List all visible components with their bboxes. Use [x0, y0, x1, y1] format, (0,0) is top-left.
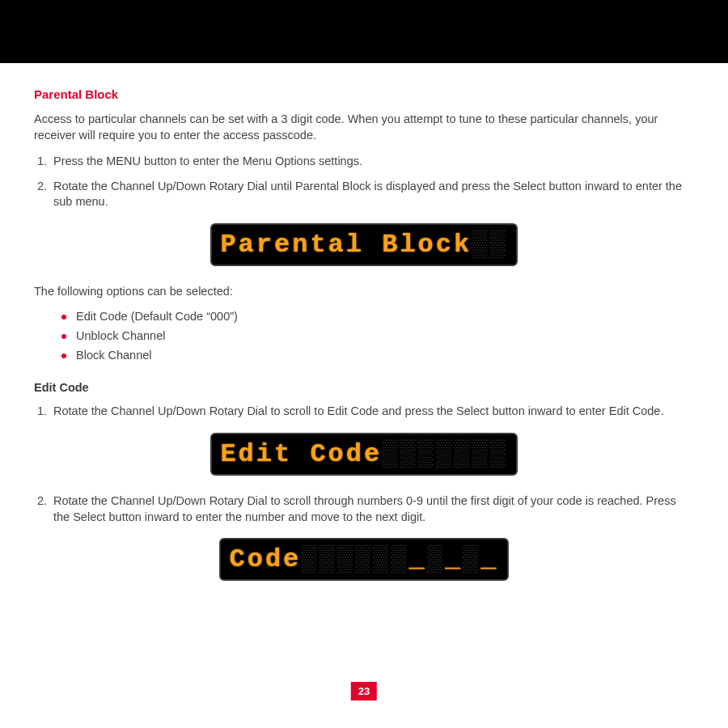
- lcd1-text: Parental Block: [220, 230, 472, 260]
- option-edit-code: Edit Code (Default Code “000”): [61, 310, 694, 323]
- step-b-1: Rotate the Channel Up/Down Rotary Dial t…: [50, 404, 694, 420]
- step-a-1: Press the MENU button to enter the Menu …: [50, 154, 694, 170]
- lcd-display-1-wrap: Parental Block▒▒: [34, 223, 694, 266]
- steps-list-a: Press the MENU button to enter the Menu …: [34, 154, 694, 210]
- lcd-display-3: Code▒▒▒▒▒▒_▒_▒_: [219, 538, 508, 581]
- lcd3-cursor-2: _: [445, 544, 463, 574]
- section-title: Parental Block: [34, 87, 694, 101]
- edit-code-heading: Edit Code: [34, 381, 694, 394]
- lcd-display-2: Edit Code▒▒▒▒▒▒▒: [210, 433, 517, 476]
- option-block-channel: Block Channel: [61, 349, 694, 362]
- lcd3-cursor-3: _: [480, 544, 498, 574]
- lcd3-gap2: ▒: [427, 544, 445, 574]
- lcd3-gap3: ▒: [463, 544, 480, 574]
- lcd3-gap1: ▒▒▒▒▒▒: [301, 544, 408, 574]
- lcd3-cursor-1: _: [409, 544, 427, 574]
- steps-list-b: Rotate the Channel Up/Down Rotary Dial t…: [34, 404, 694, 420]
- options-list: Edit Code (Default Code “000”) Unblock C…: [34, 310, 694, 362]
- options-lead: The following options can be selected:: [34, 284, 694, 300]
- page-number-badge: 23: [351, 682, 377, 700]
- page-content: Parental Block Access to particular chan…: [0, 63, 728, 581]
- steps-list-b-cont: Rotate the Channel Up/Down Rotary Dial t…: [34, 493, 694, 525]
- option-unblock-channel: Unblock Channel: [61, 329, 694, 342]
- lcd-display-3-wrap: Code▒▒▒▒▒▒_▒_▒_: [34, 538, 694, 581]
- lcd-display-2-wrap: Edit Code▒▒▒▒▒▒▒: [34, 433, 694, 476]
- lcd2-text: Edit Code: [220, 439, 382, 469]
- step-b-2: Rotate the Channel Up/Down Rotary Dial t…: [50, 493, 694, 525]
- lcd2-padding: ▒▒▒▒▒▒▒: [382, 439, 507, 469]
- black-header-bar: [0, 0, 728, 63]
- lcd-display-1: Parental Block▒▒: [210, 223, 517, 266]
- lcd1-padding: ▒▒: [472, 230, 507, 260]
- lcd3-label: Code: [229, 544, 301, 574]
- intro-paragraph: Access to particular channels can be set…: [34, 112, 694, 143]
- step-a-2: Rotate the Channel Up/Down Rotary Dial u…: [50, 179, 694, 210]
